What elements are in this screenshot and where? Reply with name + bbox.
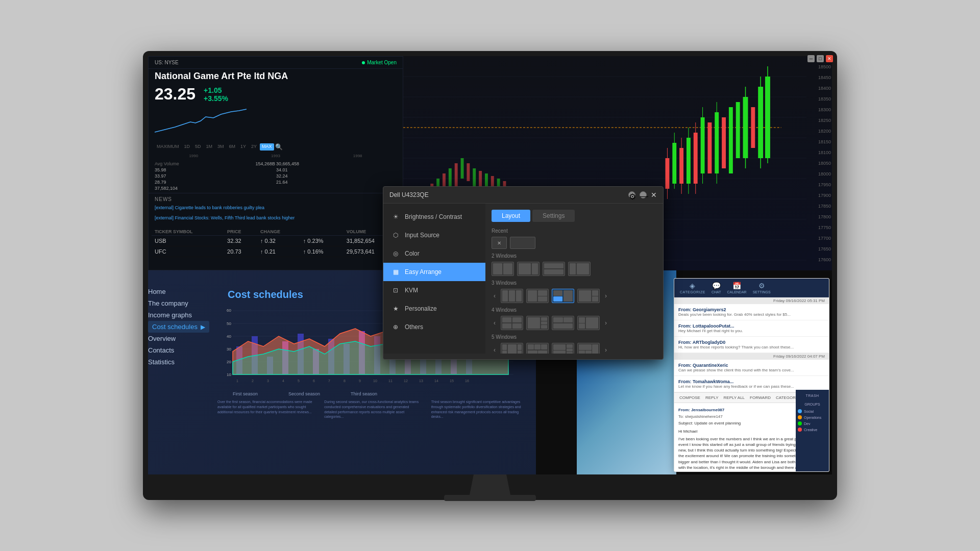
chart-tab-1y[interactable]: 1Y: [238, 143, 248, 151]
y-label-15: 17800: [807, 214, 831, 219]
mini-chart-container: [149, 105, 403, 141]
layout-3w-3-selected[interactable]: [552, 289, 574, 303]
dell-menu-easy-arrange[interactable]: ▦ Easy Arrange: [383, 263, 485, 281]
nav-the-company[interactable]: The company: [148, 297, 209, 309]
y-label-14: 17850: [807, 204, 831, 209]
next-4w-arrow[interactable]: ›: [603, 319, 609, 327]
layout-4w-4[interactable]: [577, 316, 600, 330]
chart-tab-3m[interactable]: 3M: [215, 143, 226, 151]
forward-btn[interactable]: FORWARD: [748, 394, 773, 401]
season-2-desc: During second season, our cross-function…: [324, 399, 421, 419]
dell-menu-brightness[interactable]: ☀ Brightness / Contrast: [383, 208, 485, 226]
chart-tab-5y[interactable]: MAX: [260, 143, 274, 151]
email-item-artboglady[interactable]: From: ARTbogladyD0 Hi, how are those rep…: [674, 337, 829, 353]
layout-5w-2[interactable]: [526, 343, 549, 354]
dell-menu-input[interactable]: ⬡ Input Source: [383, 226, 485, 244]
nav-contacts[interactable]: Contacts: [148, 344, 209, 356]
news-item-2[interactable]: [external] Financial Stocks: Wells, Fift…: [155, 215, 397, 221]
nav-income-graphs[interactable]: Income graphs: [148, 309, 209, 321]
maximize-button[interactable]: □: [817, 55, 824, 62]
layout-4w-1[interactable]: [501, 316, 523, 330]
dell-header-controls: ⚙ — ✕: [628, 191, 657, 199]
reply-all-btn[interactable]: REPLY ALL: [722, 394, 747, 401]
nav-statistics[interactable]: Statistics: [148, 356, 209, 368]
categorize-icon-btn[interactable]: ◈ CATEGORIZE: [677, 281, 708, 295]
svg-text:14: 14: [434, 379, 438, 383]
group-creative[interactable]: Creative: [798, 428, 827, 432]
chat-icon-btn[interactable]: 💬 CHAT: [709, 281, 724, 295]
year-label-1998: 1998: [353, 154, 362, 158]
email-item-lottapaloooputat[interactable]: From: LottapaloooPutat... Hey Michael I'…: [674, 320, 829, 337]
layout-2w-1[interactable]: [492, 262, 514, 276]
svg-text:16: 16: [465, 379, 469, 383]
svg-text:8: 8: [344, 379, 346, 383]
next-5w-arrow[interactable]: ›: [603, 346, 609, 354]
input-icon: ⬡: [391, 231, 400, 239]
brightness-icon: ☀: [391, 213, 400, 221]
layout-3w-2[interactable]: [526, 289, 549, 303]
minimize-button[interactable]: ─: [807, 55, 815, 62]
sdt-row-9: 37,582,104: [155, 186, 275, 191]
compose-btn[interactable]: COMPOSE: [677, 394, 702, 401]
recent-close-btn[interactable]: ✕: [492, 237, 507, 249]
close-button[interactable]: ✕: [826, 55, 833, 62]
dell-app-title: Dell U4323QE: [389, 191, 429, 198]
settings-circle-btn[interactable]: ⚙: [628, 191, 635, 198]
tab-settings[interactable]: Settings: [532, 210, 575, 222]
news-item-1[interactable]: [external] Cigarette leads to bank robbe…: [155, 205, 397, 211]
reply-btn[interactable]: REPLY: [703, 394, 721, 401]
table-row[interactable]: USB 32.32 ↑ 0.32 ↑ 0.23% 31,852,654: [152, 236, 400, 246]
cell-price-1: 32.32: [224, 236, 257, 246]
layout-3w-4[interactable]: [577, 289, 600, 303]
dell-menu-kvm[interactable]: ⊡ KVM: [383, 281, 485, 299]
dell-menu-color[interactable]: ◎ Color: [383, 244, 485, 263]
layout-2w-4[interactable]: [568, 262, 591, 276]
layout-4w-2[interactable]: [526, 316, 549, 330]
layout-2w-2[interactable]: [517, 262, 540, 276]
settings-icon-btn[interactable]: ⚙ SETTINGS: [750, 281, 773, 295]
calendar-icon-btn[interactable]: 📅 CALENDAR: [725, 281, 749, 295]
stock-header: US: NYSE Market Open: [149, 57, 403, 69]
stock-company-name: National Game Art Pte ltd NGA: [149, 69, 403, 84]
group-operations[interactable]: Operations: [798, 415, 827, 419]
prev-3w-arrow[interactable]: ‹: [492, 292, 498, 299]
minimize-circle-btn[interactable]: —: [640, 191, 647, 198]
svg-rect-20: [467, 163, 470, 181]
next-3w-arrow[interactable]: ›: [603, 292, 609, 299]
group-dev[interactable]: Dev: [798, 421, 827, 425]
chart-tab-5d[interactable]: 5D: [193, 143, 203, 151]
tab-layout[interactable]: Layout: [492, 210, 530, 222]
svg-text:40: 40: [227, 334, 231, 339]
chart-tab-1m[interactable]: 1M: [204, 143, 215, 151]
cell-pct-2: ↑ 0.16%: [300, 246, 344, 257]
nav-cost-schedules[interactable]: Cost schedules ▶: [148, 321, 209, 333]
layout-2w-3[interactable]: [543, 262, 565, 276]
layout-4w-3[interactable]: [552, 316, 574, 330]
group-ops-dot: [798, 415, 802, 419]
table-row[interactable]: UFC 20.73 ↑ 0.21 ↑ 0.16% 29,573,641: [152, 246, 400, 257]
chart-tab-2y[interactable]: 2Y: [249, 143, 259, 151]
prev-5w-arrow[interactable]: ‹: [492, 346, 498, 354]
chart-tab-6m[interactable]: 6M: [227, 143, 238, 151]
email-item-georgiamyers[interactable]: From: Georgiamyers2 Deals you've been lo…: [674, 304, 829, 320]
group-social[interactable]: Social: [798, 409, 827, 413]
layout-3w-1[interactable]: [501, 289, 523, 303]
nav-overview[interactable]: Overview: [148, 333, 209, 344]
chart-tab-maximum[interactable]: MAXIMUM: [155, 143, 181, 151]
layout-5w-3[interactable]: [552, 343, 574, 354]
layout-5w-1[interactable]: [501, 343, 523, 354]
season-descriptions: Over the first season, financial accommo…: [217, 399, 528, 419]
chat-label: CHAT: [712, 290, 721, 294]
layout-5w-4[interactable]: [577, 343, 600, 354]
email-item-quarantine[interactable]: From: QuarantineXeric Can we please show…: [674, 360, 829, 376]
chart-tab-1d[interactable]: 1D: [182, 143, 192, 151]
recent-layout-1[interactable]: [510, 237, 535, 249]
chart-search-icon[interactable]: 🔍: [275, 143, 283, 151]
nav-home[interactable]: Home: [148, 286, 209, 297]
dell-menu-others[interactable]: ⊕ Others: [383, 318, 485, 336]
prev-4w-arrow[interactable]: ‹: [492, 319, 498, 327]
dell-menu-personalize[interactable]: ★ Personalize: [383, 299, 485, 318]
dell-close-btn[interactable]: ✕: [651, 191, 657, 199]
email-date-2: Friday 09/16/2022 04:07 PM: [674, 353, 829, 360]
y-label-4: 18350: [807, 96, 831, 102]
